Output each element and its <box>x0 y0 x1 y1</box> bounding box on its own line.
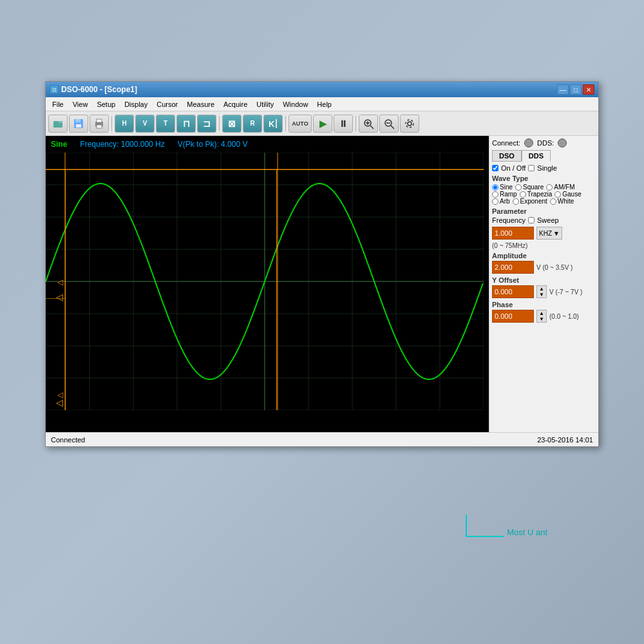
main-window: ⊡ DSO-6000 - [Scope1] — □ ✕ File View Se… <box>45 81 599 447</box>
amfm-radio[interactable] <box>546 184 553 191</box>
square-radio[interactable] <box>515 184 522 191</box>
trapezia-radio[interactable] <box>520 191 526 198</box>
window-icon: ⊡ <box>50 85 59 94</box>
amp-unit-label: V (0 ~ 3.5V ) <box>536 264 573 271</box>
cursor-vertical-right <box>276 169 277 410</box>
phase-section-label: Phase <box>492 301 596 308</box>
panel-content: On / Off Single Wave Type Sine <box>492 164 596 323</box>
menu-acquire[interactable]: Acquire <box>220 99 251 109</box>
spin-up-icon[interactable]: ▲ <box>539 286 544 292</box>
gause-radio[interactable] <box>554 191 561 198</box>
h-button[interactable]: H <box>115 115 134 133</box>
yoffset-input[interactable] <box>492 285 534 298</box>
k-button[interactable]: K <box>263 115 283 133</box>
pulse1-button[interactable]: ⊓ <box>176 115 196 133</box>
yoffset-spinner[interactable]: ▲ ▼ <box>536 285 547 298</box>
phase-spin-down-icon[interactable]: ▼ <box>539 316 544 322</box>
open-button[interactable] <box>48 115 68 133</box>
white-radio[interactable] <box>550 198 556 205</box>
gause-option[interactable]: Gause <box>554 191 581 198</box>
toolbar: H V T ⊓ ⊐ ⊠ R K AUTO ▶ ⏸ <box>46 111 598 136</box>
menu-utility[interactable]: Utility <box>252 99 278 109</box>
phase-input[interactable] <box>492 310 534 323</box>
sine-radio[interactable] <box>492 184 498 191</box>
exponent-label: Exponent <box>520 198 547 205</box>
right-panel: Connect: DDS: DSO DDS On / Off <box>489 136 598 432</box>
menu-display[interactable]: Display <box>120 99 151 109</box>
square-label: Square <box>523 184 544 191</box>
sweep-checkbox[interactable] <box>528 217 535 223</box>
gause-label: Gause <box>562 191 581 198</box>
on-off-checkbox[interactable] <box>492 165 498 171</box>
frequency-input[interactable] <box>492 227 534 240</box>
frequency-row: Frequency Sweep <box>492 216 596 224</box>
close-button[interactable]: ✕ <box>583 84 594 95</box>
frequency-param-label: Frequency <box>492 216 526 224</box>
title-bar: ⊡ DSO-6000 - [Scope1] — □ ✕ <box>46 82 598 97</box>
wave-type-row3: Arb Exponent White <box>492 198 596 205</box>
maximize-button[interactable]: □ <box>570 84 582 95</box>
tab-dds[interactable]: DDS <box>522 150 551 162</box>
r-button[interactable]: R <box>243 115 262 133</box>
sine-option[interactable]: Sine <box>492 184 513 191</box>
yoffset-section-label: Y Offset <box>492 276 596 284</box>
pulse2-button[interactable]: ⊐ <box>197 115 216 133</box>
amplitude-value-row: V (0 ~ 3.5V ) <box>492 261 596 274</box>
exponent-radio[interactable] <box>513 198 519 205</box>
on-off-label: On / Off <box>501 164 526 172</box>
window-title: DSO-6000 - [Scope1] <box>61 85 137 94</box>
cursor-horizontal-top <box>46 169 484 170</box>
svg-point-17 <box>408 122 412 126</box>
menu-file[interactable]: File <box>48 99 68 109</box>
run-button[interactable]: ▶ <box>313 115 332 133</box>
menu-window[interactable]: Window <box>279 99 312 109</box>
trapezia-option[interactable]: Trapezia <box>520 191 553 198</box>
spin-down-icon[interactable]: ▼ <box>539 292 544 298</box>
arb-option[interactable]: Arb <box>492 198 510 205</box>
cursor-vertical-left <box>65 169 66 410</box>
ramp-option[interactable]: Ramp <box>492 191 517 198</box>
auto-button[interactable]: AUTO <box>289 115 312 133</box>
phase-spin-up-icon[interactable]: ▲ <box>539 310 544 316</box>
single-label: Single <box>537 164 557 172</box>
zoom-out-button[interactable] <box>379 115 399 133</box>
svg-rect-7 <box>97 125 102 128</box>
arb-radio[interactable] <box>492 198 498 205</box>
connect-label: Connect: <box>492 139 520 147</box>
menu-setup[interactable]: Setup <box>93 99 119 109</box>
tab-dso[interactable]: DSO <box>492 150 522 162</box>
minimize-button[interactable]: — <box>557 84 569 95</box>
white-option[interactable]: White <box>550 198 574 205</box>
v-button[interactable]: V <box>135 115 155 133</box>
menu-cursor[interactable]: Cursor <box>153 99 182 109</box>
save-button[interactable] <box>69 115 88 133</box>
pause-button[interactable]: ⏸ <box>334 115 353 133</box>
exponent-option[interactable]: Exponent <box>513 198 547 205</box>
freq-unit-dropdown[interactable]: KHZ ▼ <box>536 227 562 240</box>
phase-range-label: (0.0 ~ 1.0) <box>549 313 579 320</box>
phase-spinner[interactable]: ▲ ▼ <box>536 310 547 323</box>
t-button[interactable]: T <box>156 115 175 133</box>
ramp-radio[interactable] <box>492 191 498 198</box>
arb-label: Arb <box>500 198 510 205</box>
amfm-option[interactable]: AM/FM <box>546 184 574 191</box>
svg-line-11 <box>370 126 374 129</box>
frequency-display: Frequency: 1000.000 Hz <box>80 140 164 149</box>
xmark-button[interactable]: ⊠ <box>222 115 242 133</box>
oscilloscope-area: Sine Frequency: 1000.000 Hz V(Pk to Pk):… <box>46 136 489 432</box>
wave-type-row2: Ramp Trapezia Gause <box>492 191 596 198</box>
settings-button[interactable] <box>400 115 419 133</box>
toolbar-sep-2 <box>219 116 220 131</box>
menu-measure[interactable]: Measure <box>183 99 218 109</box>
print-button[interactable] <box>90 115 109 133</box>
frequency-value-row: KHZ ▼ <box>492 227 596 240</box>
single-checkbox[interactable] <box>528 165 535 171</box>
parameter-section-label: Parameter <box>492 207 596 215</box>
zoom-in-button[interactable] <box>359 115 378 133</box>
voltage-display: V(Pk to Pk): 4.000 V <box>178 140 248 149</box>
amplitude-input[interactable] <box>492 261 534 274</box>
square-option[interactable]: Square <box>515 184 544 191</box>
menu-view[interactable]: View <box>69 99 92 109</box>
menu-help[interactable]: Help <box>313 99 336 109</box>
tabs: DSO DDS <box>492 150 596 162</box>
